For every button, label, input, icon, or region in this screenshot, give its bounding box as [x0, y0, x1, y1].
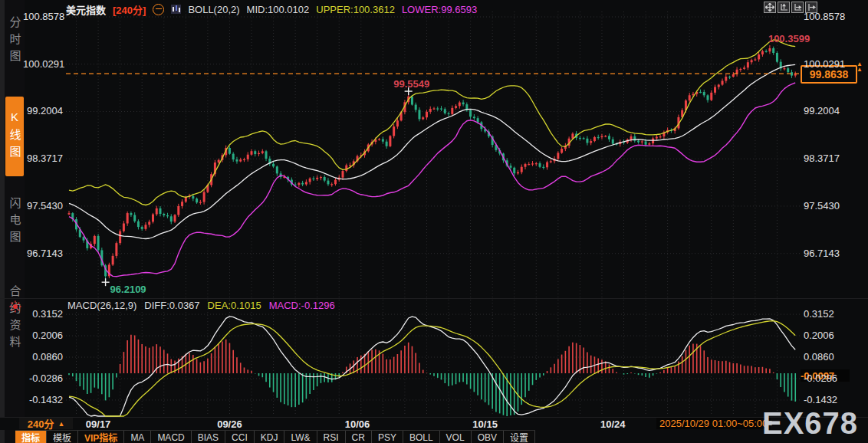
boll-chip-icon[interactable]: [171, 5, 181, 14]
candle-body: [728, 77, 731, 77]
candle-body: [583, 138, 585, 139]
candle-body: [251, 151, 253, 155]
scale-x-axis-icon[interactable]: [791, 2, 804, 13]
candle-body: [608, 136, 610, 139]
main-y-axis-label: 97.5430: [23, 201, 63, 212]
toolbar-item-指标[interactable]: 指标: [15, 431, 47, 443]
candle-body: [163, 214, 165, 215]
candle-body: [645, 141, 647, 144]
toolbar-item-boll[interactable]: BOLL: [403, 431, 440, 443]
main-y-axis-label: 97.5430: [804, 201, 840, 212]
session-time-label: 2025/10/29 01:00~05:00: [656, 418, 771, 429]
swing-low-label: 96.2109: [110, 284, 146, 295]
candle-body: [83, 237, 85, 240]
toolbar-item-vip指标[interactable]: VIP指标: [78, 431, 124, 443]
candle-body: [641, 141, 643, 142]
candle-body: [426, 112, 428, 117]
macd-value: MACD:-0.1296: [269, 300, 335, 311]
period-label: [240分]: [113, 2, 146, 17]
candle-body: [597, 137, 600, 138]
candle-body: [550, 161, 552, 162]
candle-body: [243, 159, 245, 160]
candle-body: [156, 208, 158, 215]
macd-y-axis-label: 0.2006: [804, 330, 834, 341]
macd-y-axis-label: -0.1432: [23, 395, 63, 405]
candle-body: [732, 74, 735, 77]
candle-body: [448, 113, 450, 114]
candle-body: [235, 159, 238, 162]
candle-body: [334, 180, 337, 185]
candle-body: [411, 97, 413, 105]
candle-body: [772, 48, 774, 53]
toolbar-item-macd[interactable]: MACD: [151, 431, 191, 443]
candle-body: [144, 225, 146, 229]
indicator-pane-settings-icon[interactable]: [9, 300, 21, 316]
toolbar-item-kdj[interactable]: KDJ: [255, 431, 285, 443]
macd-params-label[interactable]: MACD(26,12,9): [67, 300, 136, 311]
candle-body: [524, 164, 527, 167]
collapse-indicator-icon[interactable]: [153, 4, 164, 15]
toolbar-item-模板[interactable]: 模板: [47, 431, 78, 443]
macd-y-axis-label: 0.0860: [23, 352, 63, 363]
main-y-axis-label: 96.7143: [23, 248, 63, 259]
sidebar-tab-2[interactable]: K线图: [5, 97, 24, 176]
candle-body: [218, 160, 220, 162]
candle-body: [637, 141, 639, 143]
candle-body: [557, 153, 559, 159]
macd-dea-value: DEA:0.1015: [208, 300, 261, 311]
macd-y-axis-label: 0.0860: [804, 352, 834, 363]
macd-y-axis-label: -0.0286: [23, 373, 63, 384]
candle-body: [123, 224, 125, 231]
candle-body: [754, 59, 756, 60]
pan-icon[interactable]: [764, 2, 776, 13]
candle-body: [546, 162, 548, 168]
macd-y-axis-label: 0.3152: [804, 309, 834, 320]
toolbar-item-rsi[interactable]: RSI: [317, 431, 346, 443]
boll-lower-value: LOWER:99.6593: [402, 4, 477, 15]
toolbar-item-设置[interactable]: 设置: [504, 431, 535, 443]
toolbar-item-cr[interactable]: CR: [346, 431, 372, 443]
candle-body: [535, 163, 538, 164]
toolbar-item-ma[interactable]: MA: [124, 431, 151, 443]
toolbar-item-cci[interactable]: CCI: [225, 431, 255, 443]
candle-body: [177, 206, 179, 215]
candle-body: [196, 199, 198, 202]
scale-y-axis-icon[interactable]: [778, 2, 790, 13]
main-y-axis-label: 100.0291: [804, 59, 845, 70]
scroll-to-latest-icon[interactable]: ▲▲: [856, 61, 863, 72]
candle-body: [787, 68, 789, 72]
sidebar-tab-1[interactable]: 分时图: [5, 6, 24, 77]
timeframe-chip[interactable]: 240分 ▲: [19, 418, 73, 429]
candle-body: [305, 182, 307, 184]
candle-body: [517, 172, 519, 174]
candle-body: [115, 243, 117, 256]
candle-body: [137, 222, 140, 227]
sidebar-tab-3[interactable]: 闪电图: [5, 187, 24, 258]
candle-body: [422, 117, 424, 119]
candle-body: [320, 177, 322, 178]
candle-body: [152, 215, 154, 222]
candle-body: [722, 80, 724, 84]
candle-body: [652, 139, 654, 144]
candle-body: [689, 95, 691, 100]
x-axis-date-label: 10/15: [472, 418, 498, 430]
pane-divider: [0, 298, 868, 299]
price-chart-canvas[interactable]: [0, 0, 868, 443]
toolbar-item-lw&[interactable]: LW&: [284, 431, 317, 443]
sidebar-tab-4[interactable]: 合约资料: [5, 269, 24, 369]
boll-params-label[interactable]: BOLL(20,2): [188, 4, 239, 15]
toolbar-item-bias[interactable]: BIAS: [192, 431, 225, 443]
boll-mid-value: MID:100.0102: [247, 4, 310, 15]
candle-body: [656, 136, 658, 138]
main-y-axis-label: 100.8578: [23, 11, 63, 22]
toolbar-item-psy[interactable]: PSY: [372, 431, 403, 443]
toolbar-item-vol[interactable]: VOL: [440, 431, 472, 443]
toolbar-item-obv[interactable]: OBV: [472, 431, 504, 443]
candle-body: [747, 62, 749, 67]
candle-body: [710, 93, 712, 100]
candle-body: [349, 165, 351, 166]
candle-body: [316, 178, 318, 179]
macd-y-axis-label: -0.1432: [804, 395, 837, 405]
trading-app-window: 分时图K线图闪电图合约资料 美元指数 [240分] BOLL(20,2) MID…: [0, 0, 868, 443]
macd-y-axis-label: 0.2006: [23, 330, 63, 341]
